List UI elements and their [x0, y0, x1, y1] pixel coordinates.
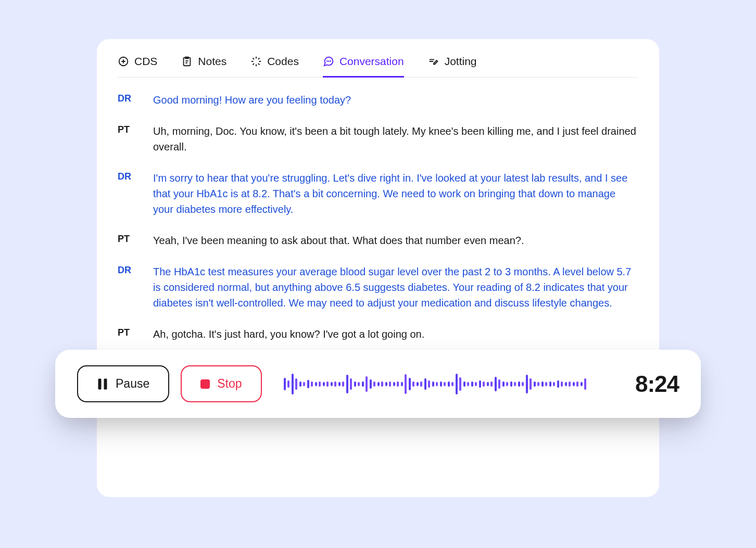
wave-bar — [366, 376, 368, 392]
wave-bar — [417, 382, 419, 386]
wave-bar — [467, 382, 469, 386]
wave-bar — [456, 374, 458, 394]
wave-bar — [334, 381, 336, 387]
wave-bar — [506, 382, 508, 386]
chat-icon — [323, 56, 334, 67]
wave-bar — [463, 381, 465, 387]
wave-bar — [381, 381, 383, 387]
stop-label: Stop — [217, 377, 242, 391]
wave-bar — [412, 381, 414, 387]
wave-bar — [530, 378, 532, 390]
conversation-row: PTUh, morning, Doc. You know, it's been … — [118, 123, 638, 155]
wave-bar — [370, 379, 372, 389]
svg-point-2 — [327, 61, 327, 61]
wave-bar — [393, 382, 395, 386]
wave-bar — [557, 380, 559, 388]
tab-cds[interactable]: CDS — [118, 55, 157, 78]
wave-bar — [451, 382, 453, 386]
wave-bar — [331, 382, 333, 386]
pause-button[interactable]: Pause — [77, 365, 169, 402]
wave-bar — [510, 381, 512, 387]
wave-bar — [432, 381, 434, 387]
tab-notes[interactable]: Notes — [181, 55, 226, 78]
wave-bar — [518, 381, 520, 387]
tab-label: Notes — [198, 55, 226, 68]
wave-bar — [326, 381, 329, 387]
wave-bar — [541, 381, 544, 387]
speaker-label: PT — [118, 233, 138, 248]
wave-bar — [565, 382, 567, 386]
crosshair-icon — [118, 56, 129, 67]
speaker-label: PT — [118, 123, 138, 155]
wave-bar — [502, 381, 505, 387]
wave-bar — [323, 382, 325, 386]
speech-text: The HbA1c test measures your average blo… — [153, 264, 638, 311]
wave-bar — [295, 378, 297, 390]
wave-bar — [495, 377, 497, 391]
wave-bar — [584, 378, 586, 390]
audio-waveform — [273, 372, 624, 397]
wave-bar — [299, 381, 301, 387]
pen-icon — [428, 56, 439, 67]
svg-point-4 — [330, 61, 331, 61]
clipboard-icon — [181, 56, 193, 67]
wave-bar — [358, 382, 360, 386]
wave-bar — [307, 380, 309, 388]
svg-rect-5 — [98, 379, 101, 389]
wave-bar — [483, 381, 485, 387]
wave-bar — [287, 380, 289, 388]
wave-bar — [373, 381, 375, 387]
wave-bar — [350, 378, 352, 390]
pause-icon — [97, 378, 108, 390]
wave-bar — [581, 382, 583, 386]
speaker-label: DR — [118, 170, 138, 217]
speech-text: I'm sorry to hear that you're struggling… — [153, 170, 638, 217]
wave-bar — [490, 381, 493, 387]
wave-bar — [405, 374, 407, 394]
tab-label: CDS — [134, 55, 157, 68]
stop-icon — [200, 379, 210, 389]
wave-bar — [389, 381, 391, 387]
speaker-label: DR — [118, 92, 138, 108]
pause-label: Pause — [116, 377, 149, 391]
wave-bar — [444, 382, 446, 386]
wave-bar — [561, 381, 563, 387]
medical-icon — [250, 56, 262, 67]
wave-bar — [284, 378, 286, 390]
wave-bar — [436, 382, 438, 386]
speaker-label: DR — [118, 264, 138, 311]
tab-bar: CDSNotesCodesConversationJotting — [118, 55, 638, 78]
conversation-row: DRI'm sorry to hear that you're struggli… — [118, 170, 638, 217]
conversation-row: DRThe HbA1c test measures your average b… — [118, 264, 638, 311]
wave-bar — [362, 381, 364, 387]
tab-conversation[interactable]: Conversation — [323, 55, 404, 78]
wave-bar — [315, 382, 317, 386]
wave-bar — [549, 381, 551, 387]
wave-bar — [537, 382, 539, 386]
wave-bar — [346, 375, 348, 393]
wave-bar — [573, 382, 575, 386]
tab-jotting[interactable]: Jotting — [428, 55, 477, 78]
wave-bar — [385, 382, 387, 386]
stop-button[interactable]: Stop — [181, 365, 261, 402]
tab-label: Conversation — [339, 55, 404, 68]
speaker-label: PT — [118, 326, 138, 342]
wave-bar — [526, 375, 528, 393]
wave-bar — [459, 377, 461, 391]
wave-bar — [440, 381, 442, 387]
wave-bar — [303, 382, 305, 386]
wave-bar — [569, 381, 571, 387]
outer-frame: CDSNotesCodesConversationJotting DRGood … — [16, 16, 740, 532]
tab-codes[interactable]: Codes — [250, 55, 299, 78]
tab-label: Codes — [267, 55, 299, 68]
wave-bar — [311, 381, 313, 387]
svg-rect-6 — [104, 379, 107, 389]
wave-bar — [475, 382, 477, 386]
recording-timer: 8:24 — [635, 371, 679, 397]
wave-bar — [409, 378, 411, 390]
wave-bar — [401, 382, 403, 386]
wave-bar — [319, 381, 321, 387]
wave-bar — [545, 382, 547, 386]
wave-bar — [338, 382, 341, 386]
wave-bar — [448, 381, 450, 387]
